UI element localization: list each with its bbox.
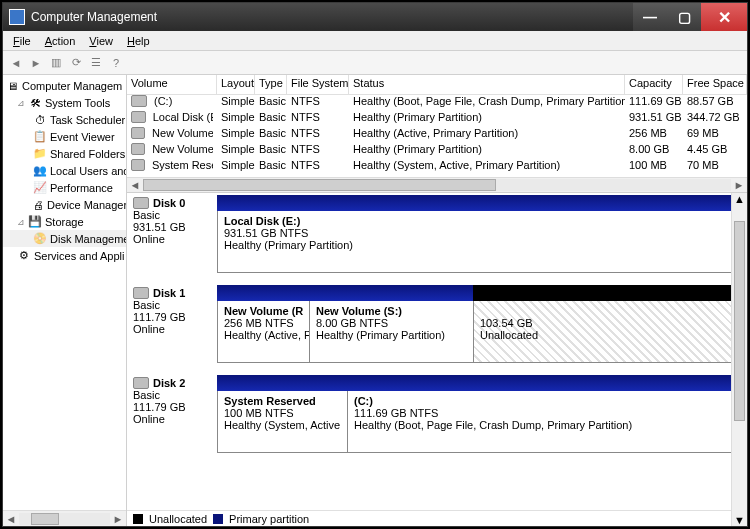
table-row[interactable]: New Volume (R:)SimpleBasicNTFSHealthy (A… (127, 127, 747, 143)
nav-tree[interactable]: 🖥Computer Managem ⊿🛠System Tools ⏱Task S… (3, 75, 127, 526)
computer-management-window: Computer Management — ▢ ✕ File Action Vi… (2, 2, 748, 527)
menubar: File Action View Help (3, 31, 747, 51)
app-icon (9, 9, 25, 25)
volume-hscroll[interactable]: ◄► (127, 177, 747, 193)
tree-services[interactable]: ⚙Services and Appli (3, 247, 126, 264)
main-pane: Volume Layout Type File System Status Ca… (127, 75, 747, 526)
tree-hscroll[interactable]: ◄► (3, 510, 126, 526)
window-title: Computer Management (31, 10, 633, 24)
tree-storage[interactable]: ⊿💾Storage (3, 213, 126, 230)
refresh-button[interactable]: ⟳ (67, 54, 85, 72)
tree-shared-folders[interactable]: 📁Shared Folders (3, 145, 126, 162)
partition[interactable]: Local Disk (E:)931.51 GB NTFSHealthy (Pr… (218, 211, 742, 272)
maximize-button[interactable]: ▢ (667, 3, 701, 31)
col-layout[interactable]: Layout (217, 75, 255, 94)
tree-system-tools[interactable]: ⊿🛠System Tools (3, 94, 126, 111)
legend-label: Unallocated (149, 513, 207, 525)
tree-disk-management[interactable]: 📀Disk Manageme (3, 230, 126, 247)
legend-swatch-unallocated (133, 514, 143, 524)
event-icon: 📋 (33, 130, 47, 144)
disk-icon (133, 377, 149, 389)
properties-button[interactable]: ☰ (87, 54, 105, 72)
tools-icon: 🛠 (28, 96, 42, 110)
disk-1[interactable]: Disk 1 Basic111.79 GBOnline New Volume (… (127, 283, 747, 373)
col-status[interactable]: Status (349, 75, 625, 94)
menu-action[interactable]: Action (39, 33, 82, 49)
table-row[interactable]: (C:)SimpleBasicNTFSHealthy (Boot, Page F… (127, 95, 747, 111)
volume-list[interactable]: (C:)SimpleBasicNTFSHealthy (Boot, Page F… (127, 95, 747, 175)
table-row[interactable]: System ReservedSimpleBasicNTFSHealthy (S… (127, 159, 747, 175)
col-type[interactable]: Type (255, 75, 287, 94)
folder-icon: 📁 (33, 147, 47, 161)
volume-icon (131, 95, 147, 107)
col-freespace[interactable]: Free Space (683, 75, 747, 94)
perf-icon: 📈 (33, 181, 47, 195)
volume-icon (131, 143, 145, 155)
menu-view[interactable]: View (83, 33, 119, 49)
disk-0[interactable]: Disk 0 Basic931.51 GBOnline Local Disk (… (127, 193, 747, 283)
show-hide-tree-button[interactable]: ▥ (47, 54, 65, 72)
legend-swatch-primary (213, 514, 223, 524)
storage-icon: 💾 (28, 215, 42, 229)
menu-help[interactable]: Help (121, 33, 156, 49)
tree-local-users[interactable]: 👥Local Users and (3, 162, 126, 179)
volume-icon (131, 159, 145, 171)
minimize-button[interactable]: — (633, 3, 667, 31)
menu-file[interactable]: File (7, 33, 37, 49)
mmc-icon: 🖥 (5, 79, 19, 93)
clock-icon: ⏱ (33, 113, 47, 127)
volume-icon (131, 111, 146, 123)
disk-graphical-view: Disk 0 Basic931.51 GBOnline Local Disk (… (127, 193, 747, 526)
disk-icon (133, 197, 149, 209)
volume-icon (131, 127, 145, 139)
disk-2[interactable]: Disk 2 Basic111.79 GBOnline System Reser… (127, 373, 747, 463)
tree-performance[interactable]: 📈Performance (3, 179, 126, 196)
partition[interactable]: System Reserved100 MB NTFSHealthy (Syste… (218, 391, 348, 452)
services-icon: ⚙ (17, 249, 31, 263)
tree-root[interactable]: 🖥Computer Managem (3, 77, 126, 94)
users-icon: 👥 (33, 164, 47, 178)
table-row[interactable]: Local Disk (E:)SimpleBasicNTFSHealthy (P… (127, 111, 747, 127)
device-icon: 🖨 (33, 198, 44, 212)
partition[interactable]: (C:)111.69 GB NTFSHealthy (Boot, Page Fi… (348, 391, 742, 452)
graph-vscroll[interactable]: ▲▼ (731, 193, 747, 526)
close-button[interactable]: ✕ (701, 3, 747, 31)
forward-button[interactable]: ► (27, 54, 45, 72)
legend-label: Primary partition (229, 513, 309, 525)
tree-task-scheduler[interactable]: ⏱Task Scheduler (3, 111, 126, 128)
disk-icon (133, 287, 149, 299)
unallocated-space[interactable]: 103.54 GBUnallocated (474, 301, 742, 362)
disk-icon: 📀 (33, 232, 47, 246)
legend: Unallocated Primary partition (127, 510, 731, 526)
table-row[interactable]: New Volume (S:)SimpleBasicNTFSHealthy (P… (127, 143, 747, 159)
volume-header[interactable]: Volume Layout Type File System Status Ca… (127, 75, 747, 95)
titlebar[interactable]: Computer Management — ▢ ✕ (3, 3, 747, 31)
col-capacity[interactable]: Capacity (625, 75, 683, 94)
help-button[interactable]: ? (107, 54, 125, 72)
partition[interactable]: New Volume (S:)8.00 GB NTFSHealthy (Prim… (310, 301, 474, 362)
col-filesystem[interactable]: File System (287, 75, 349, 94)
partition[interactable]: New Volume (R256 MB NTFSHealthy (Active,… (218, 301, 310, 362)
tree-event-viewer[interactable]: 📋Event Viewer (3, 128, 126, 145)
toolbar: ◄ ► ▥ ⟳ ☰ ? (3, 51, 747, 75)
tree-device-manager[interactable]: 🖨Device Manager (3, 196, 126, 213)
col-volume[interactable]: Volume (127, 75, 217, 94)
back-button[interactable]: ◄ (7, 54, 25, 72)
